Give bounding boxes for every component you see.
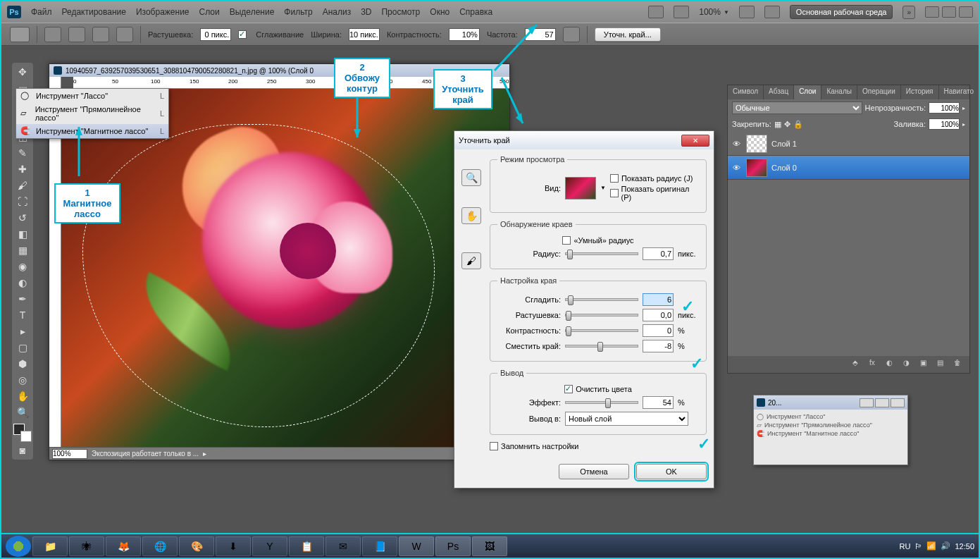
move-tool[interactable]: ✥ [13,64,32,80]
layer-row[interactable]: 👁 Слой 1 [728,132,969,156]
mini-minimize-icon[interactable] [860,398,874,407]
workspace-chevron[interactable]: » [903,6,915,19]
menu-select[interactable]: Выделение [230,7,275,17]
taskbar-app[interactable]: 🌐 [142,536,178,556]
stamp-tool[interactable]: ⛶ [13,194,32,209]
mini-close-icon[interactable] [891,398,905,407]
lock-position-icon[interactable]: ✥ [784,120,790,129]
lasso-item[interactable]: ◯ Инструмент "Лассо" L [16,89,168,103]
taskbar-app[interactable]: 🦊 [106,536,141,556]
contrast-input[interactable] [449,28,480,41]
visibility-icon[interactable]: 👁 [731,164,742,172]
window-close-icon[interactable] [959,6,973,18]
tray-time[interactable]: 12:50 [955,542,974,551]
taskbar-app[interactable]: ✉ [325,536,361,556]
window-restore-icon[interactable] [942,6,956,18]
taskbar-app[interactable]: ⬇ [216,536,251,556]
new-layer-icon[interactable]: ▤ [937,359,950,370]
dialog-close-button[interactable]: ✕ [681,135,709,147]
layer-row[interactable]: 👁 Слой 0 [728,156,969,180]
quickmask-tool[interactable]: ◙ [13,443,32,458]
menu-window[interactable]: Окно [430,7,449,17]
lock-all-icon[interactable]: 🔒 [793,120,803,129]
menu-help[interactable]: Справка [459,7,492,17]
menu-view[interactable]: Просмотр [381,7,420,17]
shift-input[interactable] [643,340,674,352]
taskbar-app[interactable]: 📘 [362,536,397,556]
opacity-arrow-icon[interactable]: ▸ [962,105,965,111]
adjustment-layer-icon[interactable]: ◑ [903,359,916,370]
mini-titlebar[interactable]: 20... [754,395,907,410]
frequency-input[interactable] [525,28,556,41]
current-tool-icon[interactable] [10,27,30,42]
3d-tool[interactable]: ⬢ [13,356,32,371]
refine-edge-button[interactable]: Уточн. край... [595,27,661,42]
launch-bridge-icon[interactable] [648,6,664,18]
color-swatches[interactable] [13,424,32,442]
view-extras-icon[interactable] [674,6,689,18]
tray-network-icon[interactable]: 📶 [926,541,936,551]
menu-layer[interactable]: Слои [199,7,220,17]
ok-button[interactable]: OK [636,464,707,479]
dialog-hand-tool[interactable]: ✋ [461,207,481,224]
add-selection-icon[interactable] [68,27,85,42]
remember-checkbox[interactable] [490,442,498,450]
eraser-tool[interactable]: ◧ [13,226,32,242]
dlg-feather-input[interactable] [643,309,674,321]
layer-thumbnail[interactable] [746,135,767,153]
window-minimize-icon[interactable] [925,6,939,18]
brush-tool[interactable]: 🖌 [13,178,32,193]
path-select-tool[interactable]: ▸ [13,324,32,339]
link-layers-icon[interactable]: ⬘ [852,359,865,370]
radius-input[interactable] [643,247,674,260]
taskbar-word[interactable]: W [399,536,434,556]
layer-group-icon[interactable]: ▣ [920,359,933,370]
system-tray[interactable]: RU 🏳 📶 🔊 12:50 [900,541,974,551]
menu-analysis[interactable]: Анализ [323,7,352,17]
shape-tool[interactable]: ▢ [13,340,32,355]
tab-history[interactable]: История [901,85,939,99]
menu-image[interactable]: Изображение [136,7,190,17]
canvas[interactable] [61,89,509,447]
poly-lasso-item[interactable]: ▱ Инструмент "Прямолинейное лассо" L [16,103,168,124]
show-original-checkbox[interactable] [610,189,619,197]
tray-flag-icon[interactable]: 🏳 [914,542,922,551]
start-button[interactable] [6,536,31,557]
decontaminate-checkbox[interactable] [564,385,573,393]
delete-layer-icon[interactable]: 🗑 [954,359,967,370]
layer-name[interactable]: Слой 1 [771,140,797,148]
tab-navigator[interactable]: Навигато [939,85,979,99]
subtract-selection-icon[interactable] [92,27,109,42]
tab-paragraph[interactable]: Абзац [764,85,794,99]
screen-mode-icon[interactable] [764,6,780,18]
dialog-refine-brush[interactable]: 🖌 [461,252,481,269]
feather-slider[interactable] [565,314,638,317]
hand-tool[interactable]: ✋ [13,388,32,404]
menu-filter[interactable]: Фильтр [284,7,312,17]
smooth-input[interactable] [643,293,674,306]
menu-edit[interactable]: Редактирование [62,7,126,17]
tray-sound-icon[interactable]: 🔊 [941,541,950,551]
layer-name[interactable]: Слой 0 [771,164,797,172]
history-brush-tool[interactable]: ↺ [13,210,32,226]
eyedropper-tool[interactable]: ✎ [13,145,32,161]
width-input[interactable] [349,28,380,41]
radius-slider[interactable] [565,252,638,255]
arrange-docs-icon[interactable] [739,6,755,18]
dialog-titlebar[interactable]: Уточнить край ✕ [454,131,714,149]
blur-tool[interactable]: ◉ [13,259,32,274]
new-selection-icon[interactable] [44,27,61,42]
type-tool[interactable]: T [13,307,32,323]
menu-3d[interactable]: 3D [361,7,371,17]
taskbar-app[interactable]: 🎨 [179,536,214,556]
tab-character[interactable]: Символ [728,85,764,99]
intersect-selection-icon[interactable] [116,27,133,42]
amount-input[interactable] [643,396,674,409]
visibility-icon[interactable]: 👁 [731,140,742,148]
antialias-checkbox[interactable] [238,30,247,39]
magnetic-lasso-item[interactable]: 🧲 Инструмент "Магнитное лассо" L [16,124,168,138]
show-radius-checkbox[interactable] [610,174,619,183]
tab-layers[interactable]: Слои [794,85,821,99]
taskbar-explorer[interactable]: 📁 [32,536,68,556]
tab-actions[interactable]: Операции [857,85,901,99]
